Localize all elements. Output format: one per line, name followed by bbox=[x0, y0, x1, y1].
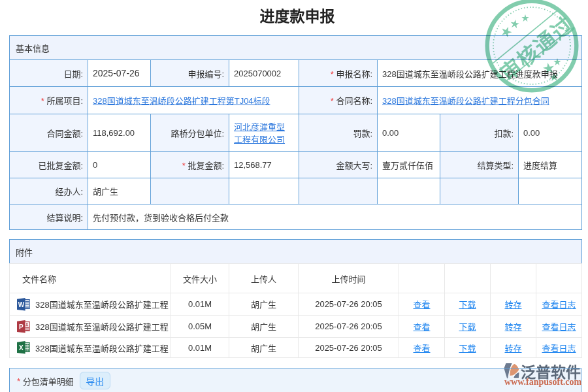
svg-text:X: X bbox=[19, 344, 24, 351]
svg-text:W: W bbox=[18, 301, 25, 308]
svg-text:www.fanpusoft.com: www.fanpusoft.com bbox=[504, 377, 582, 387]
svg-text:P: P bbox=[19, 323, 24, 331]
